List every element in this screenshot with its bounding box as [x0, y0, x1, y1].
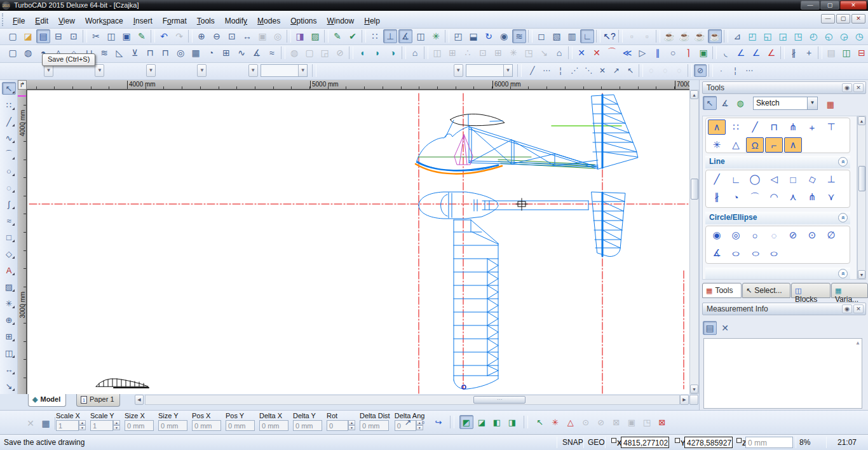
center-snap-icon[interactable]: +: [803, 119, 821, 135]
hook-icon[interactable]: ↪: [431, 415, 445, 429]
chamfer-3-icon[interactable]: ∠: [764, 46, 778, 60]
select-icon[interactable]: ↖: [2, 82, 16, 95]
bool-intersect-icon[interactable]: ◑: [386, 46, 400, 60]
zoom-page-icon[interactable]: ▣: [255, 29, 269, 43]
prism-2-icon[interactable]: ⌂: [552, 46, 566, 60]
property-combo-6[interactable]: ▼: [448, 64, 463, 77]
field-value[interactable]: 1: [56, 420, 79, 431]
view-cube-6-icon[interactable]: ◵: [822, 29, 836, 43]
array-diag-icon[interactable]: ↘: [537, 46, 551, 60]
geo-toggle[interactable]: GEO: [588, 438, 605, 447]
polyline-icon[interactable]: ∿: [2, 132, 16, 144]
rotated-rect-icon[interactable]: ◇: [2, 247, 16, 260]
pick-image-icon[interactable]: ▧: [550, 29, 564, 43]
line-branch-icon[interactable]: ⋔: [803, 189, 821, 205]
view-cube-5-icon[interactable]: ◴: [806, 29, 820, 43]
zoom-window-icon[interactable]: ⊡: [225, 29, 239, 43]
line-tangent-2-icon[interactable]: ◠: [765, 189, 783, 205]
apex-snap-icon[interactable]: ∧: [784, 137, 802, 153]
circle-icon[interactable]: ○: [2, 165, 16, 177]
arc-modify-icon[interactable]: ⌒: [605, 46, 619, 60]
point-icon[interactable]: ∷: [2, 99, 16, 111]
sphere-gray-icon[interactable]: ◍: [287, 46, 301, 60]
menu-options[interactable]: Options: [285, 14, 322, 28]
pen-style-combo[interactable]: ▼: [261, 64, 308, 77]
spark-icon[interactable]: ✳: [548, 415, 562, 429]
ellipse-ratio-icon[interactable]: ○: [760, 245, 789, 261]
paste-icon[interactable]: ▣: [119, 29, 133, 43]
lock-empty-icon[interactable]: ▫: [416, 415, 430, 429]
box-corner-icon[interactable]: ◳: [640, 415, 654, 429]
coil-icon[interactable]: ≋: [97, 46, 111, 60]
next-section-partial[interactable]: »: [705, 268, 850, 280]
chevron-down-icon[interactable]: ▼: [146, 64, 156, 77]
extrude-icon[interactable]: ⌂: [408, 46, 422, 60]
horizontal-scrollbar[interactable]: ⋯: [145, 395, 680, 405]
menu-insert[interactable]: Insert: [128, 14, 158, 28]
zoom-out-icon[interactable]: ⊖: [210, 29, 224, 43]
drawing-canvas[interactable]: [27, 90, 689, 394]
measurement-info-box[interactable]: ▲: [703, 338, 862, 409]
snap-grid-icon[interactable]: ∷: [368, 29, 382, 43]
grid-snap-icon[interactable]: ∷: [727, 119, 745, 135]
spinner-stepper[interactable]: ▲▼: [348, 420, 355, 431]
no-snap-icon[interactable]: ∧: [708, 119, 726, 135]
grid-icon[interactable]: ⊞: [2, 330, 16, 343]
scroll-up-icon[interactable]: ▲: [855, 340, 860, 346]
delete-x-icon[interactable]: ✕: [590, 46, 604, 60]
box-3d-icon[interactable]: ▢: [6, 46, 20, 60]
image-export-icon[interactable]: ▨: [308, 29, 322, 43]
section-header-circle[interactable]: Circle/Ellipse »: [705, 212, 850, 224]
palette-tab-selection[interactable]: ↖Select...: [742, 283, 790, 298]
vertical-scrollbar[interactable]: ▲ ▼: [689, 90, 699, 394]
copy-icon[interactable]: ◫: [104, 29, 118, 43]
perp-snap-icon[interactable]: △: [727, 137, 745, 153]
intersection-snap-icon[interactable]: ✳: [708, 137, 726, 153]
view-cube-4-icon[interactable]: ◳: [791, 29, 805, 43]
field-value[interactable]: 0 mm: [259, 420, 288, 431]
style-combo[interactable]: Sketch ▼: [753, 97, 818, 110]
chevron-down-icon[interactable]: ▼: [807, 97, 817, 109]
property-combo-5[interactable]: ▼: [210, 64, 258, 77]
ortho-snap-icon[interactable]: ⌐: [765, 137, 783, 153]
ellipse-icon[interactable]: ◌: [2, 181, 16, 194]
render-hidden-icon[interactable]: ☕: [677, 29, 691, 43]
multi-trim-icon[interactable]: ∦: [787, 46, 801, 60]
snap-line-icon[interactable]: ╱: [526, 64, 539, 77]
circle-tan3-icon[interactable]: ∅: [822, 228, 840, 243]
render-quality-icon[interactable]: ☕: [708, 29, 722, 43]
snap-dot-icon[interactable]: ∙: [715, 64, 728, 77]
line-bisector-icon[interactable]: ⋏: [784, 189, 802, 205]
chevron-down-icon[interactable]: ▼: [298, 65, 307, 76]
box-fill-icon[interactable]: ▣: [625, 415, 639, 429]
chamfer-1-icon[interactable]: ∠: [734, 46, 748, 60]
spline-icon[interactable]: ≈: [2, 214, 16, 227]
graph-icon[interactable]: ▥: [565, 29, 579, 43]
chamfer-2-icon[interactable]: ∠: [749, 46, 763, 60]
sel-wp-icon[interactable]: ◪: [475, 415, 489, 429]
bool-union-icon[interactable]: ◖: [355, 46, 369, 60]
menu-view[interactable]: View: [53, 14, 80, 28]
wave-30-icon[interactable]: ≈: [265, 46, 279, 60]
snap-dir-2-icon[interactable]: ↖: [624, 64, 637, 77]
array-polar-icon[interactable]: ✳: [506, 46, 520, 60]
text-icon[interactable]: A: [2, 264, 16, 276]
array-corner-icon[interactable]: ◳: [522, 46, 536, 60]
zoom-selection-icon[interactable]: ◎: [271, 29, 285, 43]
line-fork-icon[interactable]: ⋎: [822, 189, 840, 205]
group-a-icon[interactable]: ▫: [625, 29, 639, 43]
tube-icon[interactable]: ⊓: [158, 46, 172, 60]
plumb-icon[interactable]: ⊻: [128, 46, 142, 60]
circle-radius-icon[interactable]: ⊘: [784, 228, 802, 243]
palette-select-icon[interactable]: ↖: [703, 96, 717, 110]
meas-list-icon[interactable]: ▤: [703, 321, 717, 335]
field-value[interactable]: 0: [327, 420, 348, 431]
axis-toggle-icon[interactable]: ∟: [580, 29, 594, 43]
scroll-up-icon[interactable]: ▲: [690, 90, 698, 99]
nearest-snap-icon[interactable]: ╱: [746, 119, 764, 135]
pen-width-combo[interactable]: ▼: [466, 64, 513, 77]
circle-center-icon[interactable]: ◉: [708, 228, 726, 243]
circle-2point-icon[interactable]: ○: [746, 228, 764, 243]
chevron-down-icon[interactable]: ▼: [197, 64, 207, 77]
snap-circle-b-icon[interactable]: ◌: [659, 64, 672, 77]
